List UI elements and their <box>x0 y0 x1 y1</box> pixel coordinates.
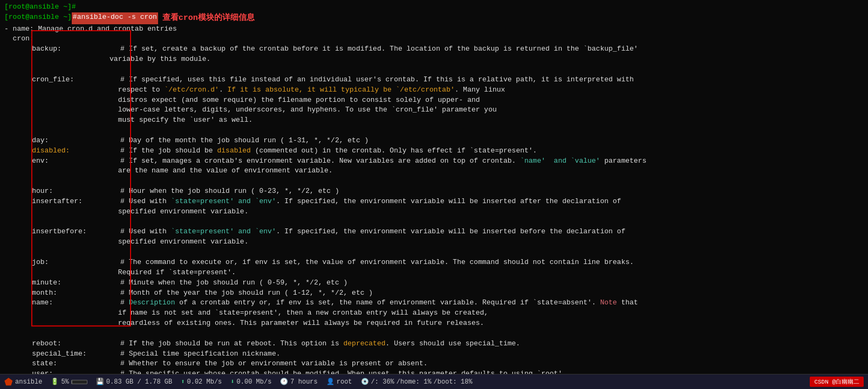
line-text: disabled: <box>4 146 120 156</box>
line-text: reboot: <box>4 339 120 349</box>
terminal-line <box>4 176 864 186</box>
terminal-line <box>4 65 864 75</box>
line-text: parameters <box>600 156 646 166</box>
line-text: # Day of the month the job should run ( … <box>120 136 368 146</box>
line-text: # Whether to ensure the job or environme… <box>120 359 428 369</box>
terminal-line: cron_file: # If specified, uses this fil… <box>4 75 864 85</box>
download-speed: 0.00 Mb/s <box>237 378 272 386</box>
line-text: `state=present' and `env' <box>171 227 276 237</box>
line-text: # Minute when the job should run ( 0-59,… <box>120 278 347 288</box>
line-text: hour: <box>4 186 120 197</box>
prompt: [root@ansible ~] <box>4 12 72 24</box>
terminal-line: must specify the `user' as well. <box>4 115 864 126</box>
terminal-line: - name: Manage cron.d and crontab entrie… <box>4 24 864 34</box>
line-text: # Month of the year the job should run (… <box>120 288 373 298</box>
line-text: # If the job should be <box>120 146 217 156</box>
line-text: that <box>617 298 638 308</box>
line-text: - name: Manage cron.d and crontab entrie… <box>4 24 177 34</box>
line-text: # The specific user whose crontab should… <box>120 369 566 374</box>
line-text: env: <box>4 156 120 166</box>
line-text: lower-case letters, digits, underscores,… <box>4 105 497 115</box>
line-text: distros expect (and some require) the fi… <box>4 95 480 106</box>
terminal-line: distros expect (and some require) the fi… <box>4 95 864 106</box>
command-highlight: #ansible-doc -s cron <box>72 12 158 24</box>
battery-bar <box>71 380 87 384</box>
terminal-line: reboot: # If the job should be run at re… <box>4 339 864 349</box>
terminal-line: insertafter: # Used with `state=present'… <box>4 197 864 207</box>
line-text: job: <box>4 258 120 268</box>
line-text: . <box>219 85 228 95</box>
line-text: . If specified, the environment variable… <box>276 197 621 207</box>
terminal-line: name: # Description of a crontab entry o… <box>4 298 864 308</box>
statusbar-uptime: 🕐 7 hours <box>280 378 317 386</box>
line-text: variable by this module. <box>4 54 210 65</box>
user-icon: 👤 <box>326 378 334 386</box>
disk-boot-value: /boot: 18% <box>434 378 473 386</box>
prompt: [root@ansible ~]# <box>4 2 76 12</box>
terminal-line: day: # Day of the month the job should r… <box>4 136 864 146</box>
csdn-label: CSDN @白幽幽二 <box>814 379 859 385</box>
terminal-line: month: # Month of the year the job shoul… <box>4 288 864 298</box>
line-text: deprecated <box>344 339 386 349</box>
line-text: state: <box>4 359 120 369</box>
terminal-line <box>4 329 864 339</box>
line-text: respect to <box>4 85 164 95</box>
line-text: specified environment variable. <box>4 207 248 217</box>
terminal-line: special_time: # Special time specificati… <box>4 349 864 359</box>
line-text: # Special time specification nickname. <box>120 349 280 359</box>
line-text: must specify the `user' as well. <box>4 115 252 126</box>
line-text: (commented out) in the crontab. Only has… <box>251 146 537 156</box>
statusbar-user: 👤 root <box>326 378 352 386</box>
line-text: # If set, manages a crontab's environmen… <box>120 156 520 166</box>
statusbar-battery: 🔋 5% <box>51 378 87 386</box>
line-text: of a crontab entry or, if env is set, th… <box>175 298 600 308</box>
line-text: insertbefore: <box>4 227 120 237</box>
terminal-line: lower-case letters, digits, underscores,… <box>4 105 864 115</box>
line-text: if name is not set and `state=present', … <box>4 308 488 318</box>
terminal-line: [root@ansible ~]# <box>4 2 864 12</box>
clock-icon: 🕐 <box>280 378 288 386</box>
terminal-line <box>4 217 864 227</box>
terminal-line: if name is not set and `state=present', … <box>4 308 864 318</box>
terminal-line: backup: # If set, create a backup of the… <box>4 44 864 54</box>
line-text: Required if `state=present'. <box>4 268 236 278</box>
line-text: Description <box>129 298 175 308</box>
line-text: # If the job should be run at reboot. Th… <box>120 339 343 349</box>
terminal-line: insertbefore: # Used with `state=present… <box>4 227 864 237</box>
terminal-line: variable by this module. <box>4 54 864 65</box>
annotation-cron: 查看cron模块的详细信息 <box>162 12 255 24</box>
memory-icon: 💾 <box>96 378 104 386</box>
line-text: # Used with <box>120 227 171 237</box>
terminal-line: env: # If set, manages a crontab's envir… <box>4 156 864 166</box>
line-text: name: <box>4 298 120 308</box>
line-text: minute: <box>4 278 120 288</box>
line-text: backup: <box>4 44 120 54</box>
uptime-value: 7 hours <box>290 378 317 386</box>
terminal-line: regardless of existing ones. This parame… <box>4 318 864 329</box>
line-text: insertafter: <box>4 197 120 207</box>
terminal-line: state: # Whether to ensure the job or en… <box>4 359 864 369</box>
line-text: specified environment variable. <box>4 237 248 247</box>
battery-fill <box>72 380 72 384</box>
terminal-line: job: # The command to execute or, if env… <box>4 258 864 268</box>
statusbar-download: ⬇ 0.00 Mb/s <box>230 378 271 386</box>
terminal-line: specified environment variable. <box>4 237 864 247</box>
line-text: special_time: <box>4 349 120 359</box>
line-text: cron_file: <box>4 75 120 85</box>
upload-icon: ⬆ <box>181 378 184 386</box>
battery-percent: 5% <box>61 378 69 386</box>
terminal-line: hour: # Hour when the job should run ( 0… <box>4 186 864 197</box>
line-text: # Hour when the job should run ( 0-23, *… <box>120 186 339 197</box>
upload-speed: 0.02 Mb/s <box>187 378 222 386</box>
line-text: day: <box>4 136 120 146</box>
terminal-line: are the name and the value of environmen… <box>4 166 864 176</box>
line-text: Note <box>600 298 617 308</box>
statusbar-upload: ⬆ 0.02 Mb/s <box>181 378 222 386</box>
terminal-line: cron: <box>4 34 864 44</box>
statusbar-memory: 💾 0.83 GB / 1.78 GB <box>96 378 172 386</box>
terminal-line <box>4 247 864 258</box>
line-text: user: <box>4 369 120 374</box>
line-text: . Users should use special_time. <box>386 339 521 349</box>
line-text: `name' and `value' <box>520 156 600 166</box>
line-text: `state=present' and `env' <box>171 197 276 207</box>
